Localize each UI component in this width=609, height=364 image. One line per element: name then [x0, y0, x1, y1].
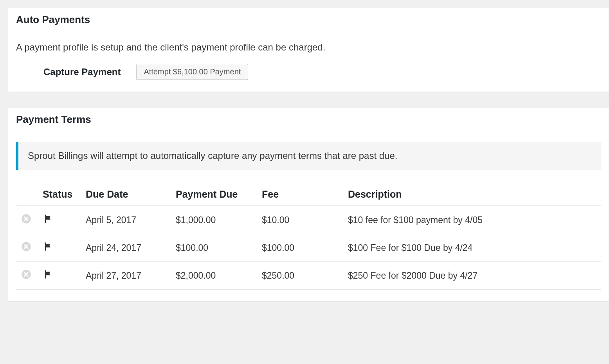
- payment-terms-header: Payment Terms: [8, 108, 609, 133]
- cell-fee: $100.00: [257, 234, 343, 262]
- cell-payment-due: $1,000.00: [171, 206, 257, 234]
- auto-payments-body: A payment profile is setup and the clien…: [8, 33, 609, 92]
- notice-text: Sprout Billings will attempt to automati…: [28, 150, 397, 161]
- profile-message: A payment profile is setup and the clien…: [16, 42, 601, 53]
- col-payment-due: Payment Due: [171, 185, 257, 206]
- col-fee: Fee: [257, 185, 343, 206]
- capture-row: Capture Payment Attempt $6,100.00 Paymen…: [16, 64, 601, 80]
- status-flag-button[interactable]: [43, 241, 54, 252]
- col-description: Description: [343, 185, 601, 206]
- close-circle-icon: [21, 269, 32, 280]
- flag-icon: [43, 213, 54, 224]
- payment-terms-notice: Sprout Billings will attempt to automati…: [16, 142, 601, 170]
- flag-icon: [43, 241, 54, 252]
- auto-payments-panel: Auto Payments A payment profile is setup…: [8, 8, 609, 92]
- payment-terms-tbody: April 5, 2017 $1,000.00 $10.00 $10 fee f…: [16, 206, 601, 290]
- payment-terms-panel: Payment Terms Sprout Billings will attem…: [8, 108, 609, 302]
- auto-payments-header: Auto Payments: [8, 8, 609, 33]
- cell-fee: $10.00: [257, 206, 343, 234]
- col-remove: [16, 185, 38, 206]
- table-row: April 27, 2017 $2,000.00 $250.00 $250 Fe…: [16, 262, 601, 290]
- table-header-row: Status Due Date Payment Due Fee Descript…: [16, 185, 601, 206]
- close-circle-icon: [21, 213, 32, 224]
- cell-fee: $250.00: [257, 262, 343, 290]
- table-row: April 24, 2017 $100.00 $100.00 $100 Fee …: [16, 234, 601, 262]
- attempt-payment-button[interactable]: Attempt $6,100.00 Payment: [136, 64, 248, 80]
- remove-row-button[interactable]: [21, 269, 32, 280]
- capture-payment-label: Capture Payment: [43, 67, 121, 77]
- auto-payments-title: Auto Payments: [16, 14, 601, 26]
- cell-due-date: April 27, 2017: [81, 262, 171, 290]
- col-due-date: Due Date: [81, 185, 171, 206]
- payment-terms-body: Sprout Billings will attempt to automati…: [8, 133, 609, 301]
- status-flag-button[interactable]: [43, 269, 54, 280]
- payment-terms-table: Status Due Date Payment Due Fee Descript…: [16, 185, 601, 290]
- flag-icon: [43, 269, 54, 280]
- cell-due-date: April 5, 2017: [81, 206, 171, 234]
- table-row: April 5, 2017 $1,000.00 $10.00 $10 fee f…: [16, 206, 601, 234]
- remove-row-button[interactable]: [21, 213, 32, 224]
- col-status: Status: [38, 185, 81, 206]
- payment-terms-title: Payment Terms: [16, 114, 601, 126]
- status-flag-button[interactable]: [43, 213, 54, 224]
- cell-payment-due: $2,000.00: [171, 262, 257, 290]
- remove-row-button[interactable]: [21, 241, 32, 252]
- cell-description: $100 Fee for $100 Due by 4/24: [343, 234, 601, 262]
- close-circle-icon: [21, 241, 32, 252]
- cell-description: $10 fee for $100 payment by 4/05: [343, 206, 601, 234]
- cell-payment-due: $100.00: [171, 234, 257, 262]
- cell-description: $250 Fee for $2000 Due by 4/27: [343, 262, 601, 290]
- cell-due-date: April 24, 2017: [81, 234, 171, 262]
